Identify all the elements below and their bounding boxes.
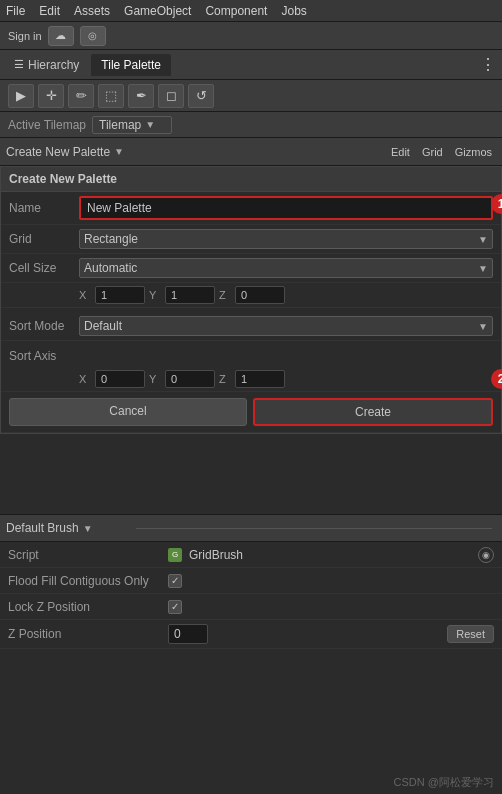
watermark: CSDN @阿松爱学习 — [394, 775, 494, 790]
grid-button[interactable]: Grid — [418, 144, 447, 160]
brush-divider — [136, 528, 492, 529]
badge-2: 2 — [491, 369, 502, 389]
cell-x-label: X — [79, 289, 91, 301]
cell-size-label: Cell Size — [9, 261, 79, 275]
grid-label: Grid — [9, 232, 79, 246]
cancel-button[interactable]: Cancel — [9, 398, 247, 426]
cell-z-input[interactable] — [235, 286, 285, 304]
name-row: Name 1 — [1, 192, 501, 225]
cell-x-input[interactable] — [95, 286, 145, 304]
grid-dropdown-arrow: ▼ — [478, 234, 488, 245]
name-input[interactable] — [81, 198, 491, 218]
tab-bar: ☰ Hierarchy Tile Palette ⋮ — [0, 50, 502, 80]
move-tool-button[interactable]: ✛ — [38, 84, 64, 108]
sort-z-label: Z — [219, 373, 231, 385]
script-label: Script — [8, 548, 168, 562]
z-pos-row: Z Position Reset — [0, 620, 502, 649]
menu-file[interactable]: File — [6, 4, 25, 18]
edit-button[interactable]: Edit — [387, 144, 414, 160]
menu-assets[interactable]: Assets — [74, 4, 110, 18]
gizmos-button[interactable]: Gizmos — [451, 144, 496, 160]
tab-hierarchy[interactable]: ☰ Hierarchy — [6, 56, 87, 74]
menu-bar: File Edit Assets GameObject Component Jo… — [0, 0, 502, 22]
z-pos-label: Z Position — [8, 627, 168, 641]
cell-xyz-row: X Y Z — [1, 283, 501, 308]
script-icon: G — [168, 548, 182, 562]
script-circle-button[interactable]: ◉ — [478, 547, 494, 563]
section-header: Create New Palette — [1, 167, 501, 192]
spacer-area — [0, 434, 502, 514]
name-label: Name — [9, 201, 79, 215]
menu-component[interactable]: Component — [205, 4, 267, 18]
sort-z-input[interactable] — [235, 370, 285, 388]
sort-x-input[interactable] — [95, 370, 145, 388]
create-palette-dropdown-arrow: ▼ — [114, 146, 124, 157]
active-tilemap-row: Active Tilemap Tilemap ▼ — [0, 112, 502, 138]
cell-y-label: Y — [149, 289, 161, 301]
flood-fill-label: Flood Fill Contiguous Only — [8, 574, 168, 588]
tab-more-icon[interactable]: ⋮ — [480, 55, 496, 74]
sort-axis-xyz-row: X Y Z 2 — [1, 367, 501, 392]
grid-dropdown[interactable]: Rectangle ▼ — [79, 229, 493, 249]
lock-z-value: ✓ — [168, 600, 494, 614]
menu-jobs[interactable]: Jobs — [281, 4, 306, 18]
brush-props: Script G GridBrush ◉ Flood Fill Contiguo… — [0, 542, 502, 649]
sort-axis-label-row: Sort Axis — [1, 341, 501, 367]
z-pos-value: Reset — [168, 624, 494, 644]
sort-y-label: Y — [149, 373, 161, 385]
menu-gameobject[interactable]: GameObject — [124, 4, 191, 18]
sort-axis-label: Sort Axis — [9, 349, 79, 363]
paint-tool-button[interactable]: ✏ — [68, 84, 94, 108]
brush-bar: Default Brush ▼ — [0, 514, 502, 542]
tilemap-dropdown-arrow: ▼ — [145, 119, 155, 130]
cell-z-label: Z — [219, 289, 231, 301]
unity-icon-button[interactable]: ◎ — [80, 26, 106, 46]
sort-y-input[interactable] — [165, 370, 215, 388]
cloud-icon-button[interactable]: ☁ — [48, 26, 74, 46]
brush-dropdown-arrow: ▼ — [83, 523, 93, 534]
fill-tool-button[interactable]: ↺ — [188, 84, 214, 108]
sort-mode-label: Sort Mode — [9, 319, 79, 333]
signin-bar: Sign in ☁ ◎ — [0, 22, 502, 50]
flood-fill-checkbox[interactable]: ✓ — [168, 574, 182, 588]
sort-x-label: X — [79, 373, 91, 385]
brush-dropdown[interactable]: Default Brush ▼ — [6, 521, 126, 535]
cell-size-row: Cell Size Automatic ▼ — [1, 254, 501, 283]
cell-y-input[interactable] — [165, 286, 215, 304]
flood-fill-row: Flood Fill Contiguous Only ✓ — [0, 568, 502, 594]
toolbar: ▶ ✛ ✏ ⬚ ✒ ◻ ↺ — [0, 80, 502, 112]
cell-size-dropdown[interactable]: Automatic ▼ — [79, 258, 493, 278]
flood-fill-value: ✓ — [168, 574, 494, 588]
grid-row: Grid Rectangle ▼ — [1, 225, 501, 254]
signin-button[interactable]: Sign in — [8, 30, 42, 42]
create-button[interactable]: Create — [253, 398, 493, 426]
erase-tool-button[interactable]: ◻ — [158, 84, 184, 108]
buttons-row: Cancel Create — [1, 392, 501, 433]
reset-button[interactable]: Reset — [447, 625, 494, 643]
sort-mode-dropdown[interactable]: Default ▼ — [79, 316, 493, 336]
tilemap-dropdown[interactable]: Tilemap ▼ — [92, 116, 172, 134]
name-input-container — [79, 196, 493, 220]
z-pos-input[interactable] — [168, 624, 208, 644]
cell-size-dropdown-arrow: ▼ — [478, 263, 488, 274]
active-tilemap-label: Active Tilemap — [8, 118, 86, 132]
sort-mode-dropdown-arrow: ▼ — [478, 321, 488, 332]
create-palette-bar: Create New Palette ▼ Edit Grid Gizmos — [0, 138, 502, 166]
tab-tile-palette[interactable]: Tile Palette — [91, 54, 171, 76]
box-tool-button[interactable]: ⬚ — [98, 84, 124, 108]
lock-z-row: Lock Z Position ✓ — [0, 594, 502, 620]
lock-z-label: Lock Z Position — [8, 600, 168, 614]
pick-tool-button[interactable]: ✒ — [128, 84, 154, 108]
script-value: G GridBrush ◉ — [168, 547, 494, 563]
script-row: Script G GridBrush ◉ — [0, 542, 502, 568]
select-tool-button[interactable]: ▶ — [8, 84, 34, 108]
sort-mode-row: Sort Mode Default ▼ — [1, 312, 501, 341]
menu-edit[interactable]: Edit — [39, 4, 60, 18]
create-new-palette-section: Create New Palette Name 1 Grid Rectangle… — [0, 166, 502, 434]
create-palette-dropdown[interactable]: Create New Palette ▼ — [6, 145, 124, 159]
lock-z-checkbox[interactable]: ✓ — [168, 600, 182, 614]
